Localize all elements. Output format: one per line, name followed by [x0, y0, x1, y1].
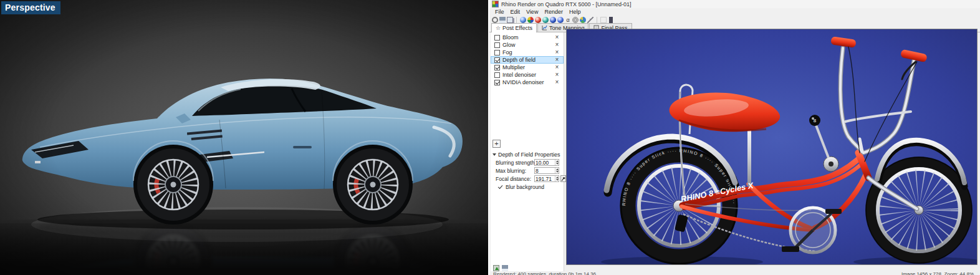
save-render-icon[interactable]: [502, 265, 508, 271]
save-image-icon[interactable]: [499, 17, 506, 23]
channel-red-icon[interactable]: [535, 17, 541, 23]
focal-point-picker-button[interactable]: [560, 175, 566, 182]
bike-render: RHINO 8 ···· Super Slick ···· RHINO 8 ··…: [567, 29, 977, 264]
menu-bar: File Edit View Render Help: [489, 8, 980, 16]
checkbox[interactable]: [494, 42, 500, 48]
remove-icon[interactable]: ×: [554, 79, 560, 85]
checkbox[interactable]: [494, 50, 500, 55]
menu-view[interactable]: View: [523, 9, 541, 15]
toolbar-separator: [597, 17, 597, 23]
pause-icon[interactable]: [609, 17, 613, 23]
spinner[interactable]: [555, 176, 559, 181]
blur-background-row[interactable]: Blur background: [491, 183, 564, 191]
render-image: RHINO 8 ···· Super Slick ···· RHINO 8 ··…: [566, 29, 978, 265]
menu-edit[interactable]: Edit: [507, 9, 524, 15]
post-effect-row-intel-denoiser[interactable]: Intel denoiser ×: [491, 71, 564, 79]
channel-blue-icon[interactable]: [520, 17, 526, 23]
spinner[interactable]: [555, 160, 559, 165]
checkbox[interactable]: [494, 35, 500, 41]
image-zoom-text: Image 1456 x 728, Zoom: 44.8%: [901, 271, 974, 275]
spinner[interactable]: [555, 168, 559, 173]
post-effects-list: Bloom × Glow × Fog × Depth of field ×: [491, 34, 564, 86]
render-clock-icon[interactable]: [492, 17, 498, 23]
focal-distance-row: Focal distance:: [491, 175, 564, 183]
tab-post-effects[interactable]: ☆ Post Effects: [491, 23, 537, 32]
screen: Perspective Rhino Render on Quadro RTX 5…: [0, 0, 980, 275]
title-bar[interactable]: Rhino Render on Quadro RTX 5000 - [Unnam…: [489, 0, 980, 9]
status-bar: Rendered: 400 samples, duration 0h 1m 14…: [489, 271, 980, 275]
tab-label: Post Effects: [502, 25, 532, 31]
focal-distance-input[interactable]: [535, 176, 555, 181]
checkbox[interactable]: [494, 72, 500, 78]
checkbox[interactable]: [498, 185, 503, 190]
perspective-viewport: Perspective: [0, 0, 488, 275]
post-effects-panel: Bloom × Glow × Fog × Depth of field ×: [491, 32, 564, 273]
channel-royal-icon[interactable]: [557, 17, 564, 23]
max-blurring-field[interactable]: [534, 167, 559, 174]
channel-teal-icon[interactable]: [542, 17, 549, 23]
viewport-title[interactable]: Perspective: [1, 1, 60, 14]
post-effect-row-depth-of-field[interactable]: Depth of field ×: [491, 56, 564, 64]
remove-icon[interactable]: ×: [554, 57, 560, 63]
window-title: Rhino Render on Quadro RTX 5000 - [Unnam…: [501, 1, 631, 7]
open-render-icon[interactable]: [493, 265, 499, 271]
globe-icon[interactable]: [580, 17, 586, 23]
channel-rgb-icon[interactable]: [527, 17, 534, 23]
remove-icon[interactable]: ×: [554, 34, 560, 41]
menu-file[interactable]: File: [492, 9, 507, 15]
focal-distance-field[interactable]: [534, 175, 559, 182]
checkbox[interactable]: [494, 80, 500, 85]
post-effect-row-fog[interactable]: Fog ×: [491, 49, 564, 56]
cutter-icon[interactable]: [587, 17, 593, 23]
max-blurring-input[interactable]: [535, 168, 555, 173]
max-blurring-row: Max blurring:: [491, 166, 564, 175]
render-status-text: Rendered: 400 samples, duration 0h 1m 14…: [493, 271, 596, 275]
remove-icon[interactable]: ×: [554, 42, 560, 48]
chevron-down-icon: [492, 153, 496, 156]
rhino-render-window: Rhino Render on Quadro RTX 5000 - [Unnam…: [488, 0, 980, 275]
remove-icon[interactable]: ×: [554, 49, 560, 55]
checkbox[interactable]: [494, 65, 500, 70]
eight-ball-label: 8: [814, 118, 817, 123]
toolbar-separator: [516, 17, 517, 23]
post-effect-row-bloom[interactable]: Bloom ×: [491, 34, 564, 41]
ghost-icon[interactable]: [600, 17, 607, 23]
menu-help[interactable]: Help: [566, 9, 584, 15]
channel-navy-icon[interactable]: [550, 17, 556, 23]
remove-icon[interactable]: ×: [554, 72, 560, 78]
copy-image-icon[interactable]: [507, 17, 513, 23]
add-effect-button[interactable]: +: [492, 140, 501, 148]
blurring-strength-row: Blurring strength:: [491, 158, 564, 166]
alpha-channel-icon[interactable]: α: [565, 17, 571, 23]
blurring-strength-field[interactable]: [534, 159, 559, 166]
car-render: [0, 0, 488, 275]
checkbox[interactable]: [494, 57, 500, 63]
panel-bottom-icons: [493, 265, 508, 271]
remove-icon[interactable]: ×: [554, 64, 560, 70]
menu-render[interactable]: Render: [541, 9, 566, 15]
post-effect-row-multiplier[interactable]: Multiplier ×: [491, 64, 564, 71]
app-icon: [492, 1, 499, 7]
dof-properties-header[interactable]: Depth of Field Properties: [491, 151, 564, 158]
post-effect-row-glow[interactable]: Glow ×: [491, 41, 564, 49]
post-effect-row-nvidia-denoiser[interactable]: NVIDIA denoiser ×: [491, 79, 564, 86]
star-icon: ☆: [496, 26, 501, 31]
dof-properties-section: Depth of Field Properties Blurring stren…: [491, 151, 564, 191]
gear-icon[interactable]: [572, 17, 579, 23]
blurring-strength-input[interactable]: [535, 160, 555, 165]
chart-icon: [542, 25, 547, 31]
